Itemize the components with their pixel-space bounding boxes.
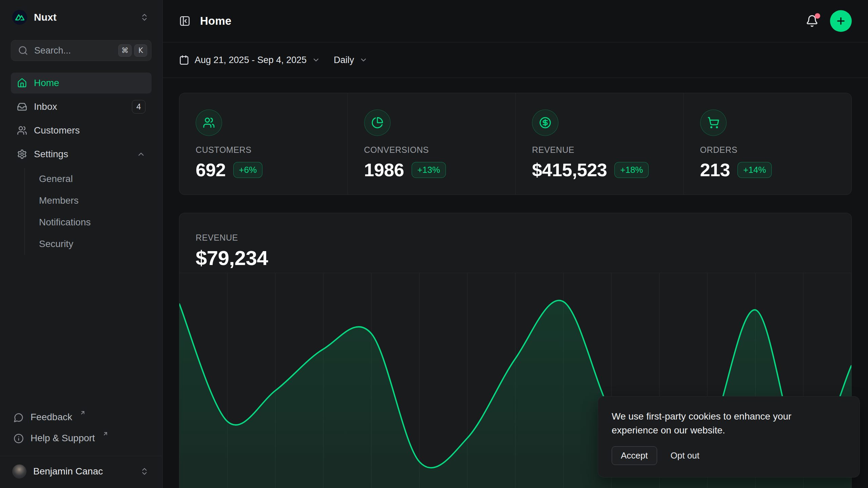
notification-dot [815,13,820,19]
stat-delta-badge: +13% [412,162,446,178]
message-circle-icon [14,412,24,423]
sidebar-item-label: Settings [34,149,130,160]
revenue-chart-label: REVENUE [196,233,835,243]
sidebar-nav: Home Inbox 4 Customers Settings [11,73,152,255]
app-root: Nuxt Search... ⌘ K Home [0,0,868,488]
cookie-banner: We use first-party cookies to enhance yo… [598,396,860,477]
inbox-count-badge: 4 [132,100,145,114]
plus-icon [835,16,846,26]
stat-label: CUSTOMERS [196,145,331,155]
user-name: Benjamin Canac [33,466,133,477]
info-circle-icon [14,433,24,444]
external-link-icon [80,410,86,416]
search-icon [18,45,28,56]
sidebar-spacer [11,255,152,408]
shopping-cart-icon [700,109,727,136]
circle-dollar-icon [532,109,558,136]
users-icon [196,109,222,136]
top-bar: Home [163,0,868,42]
stat-orders: ORDERS 213 +14% [684,93,852,195]
sidebar-item-members[interactable]: Members [36,190,152,211]
stats-card: CUSTOMERS 692 +6% CONVERSIONS 1986 +13% [179,93,852,195]
sidebar-item-inbox[interactable]: Inbox 4 [11,96,152,117]
sidebar-item-customers[interactable]: Customers [11,120,152,141]
external-link-icon [102,431,108,437]
inbox-icon [17,102,27,112]
revenue-chart-header: REVENUE $79,234 [179,213,851,273]
sidebar-collapse-button[interactable] [179,15,191,27]
stat-value: 1986 [364,159,404,180]
date-range-label: Aug 21, 2025 - Sep 4, 2025 [195,55,307,65]
sidebar-item-label: Customers [34,125,145,136]
users-icon [17,125,27,136]
settings-subnav: General Members Notifications Security [24,168,152,255]
opt-out-button[interactable]: Opt out [669,447,701,465]
page-title: Home [200,15,232,27]
stat-delta-badge: +18% [614,162,649,178]
filter-bar: Aug 21, 2025 - Sep 4, 2025 Daily [163,42,868,78]
kbd-k: K [134,44,147,57]
search-shortcut: ⌘ K [118,44,147,57]
date-range-button[interactable]: Aug 21, 2025 - Sep 4, 2025 [179,55,320,65]
revenue-chart-value: $79,234 [196,246,835,270]
add-button[interactable] [830,10,852,32]
feedback-link[interactable]: Feedback [11,408,152,429]
sidebar-item-settings[interactable]: Settings [11,144,152,165]
sidebar-user-area: Benjamin Canac [0,456,162,488]
stat-customers: CUSTOMERS 692 +6% [179,93,348,195]
chevrons-up-down-icon [140,467,149,476]
user-avatar [12,464,26,479]
sidebar-footer-links: Feedback Help & Support [11,408,152,450]
stat-label: REVENUE [532,145,667,155]
chevron-down-icon [359,56,368,64]
stat-conversions: CONVERSIONS 1986 +13% [348,93,516,195]
nuxt-logo-icon [12,10,27,25]
cookie-message: We use first-party cookies to enhance yo… [612,409,832,437]
sidebar-item-home[interactable]: Home [11,73,152,94]
stat-delta-badge: +14% [737,162,772,178]
stat-delta-badge: +6% [233,162,263,178]
top-actions [806,10,852,32]
search-placeholder: Search... [34,45,112,56]
granularity-select[interactable]: Daily [334,55,368,65]
kbd-cmd: ⌘ [118,44,132,57]
sidebar: Nuxt Search... ⌘ K Home [0,0,163,488]
sidebar-item-label: Home [34,78,145,88]
calendar-icon [179,55,189,65]
sidebar-item-security[interactable]: Security [36,233,152,255]
stat-label: ORDERS [700,145,835,155]
home-icon [17,78,27,88]
chevron-down-icon [312,56,320,64]
stat-value: 213 [700,159,730,180]
chevrons-up-down-icon [140,13,149,22]
stat-label: CONVERSIONS [364,145,499,155]
user-menu-button[interactable]: Benjamin Canac [11,462,152,481]
chevron-up-icon [137,150,145,159]
pie-chart-icon [364,109,391,136]
help-support-link[interactable]: Help & Support [11,429,152,450]
accept-button[interactable]: Accept [612,446,657,465]
gear-icon [17,149,27,159]
stat-revenue: REVENUE $415,523 +18% [515,93,684,195]
granularity-label: Daily [334,55,354,65]
feedback-label: Feedback [31,412,72,423]
stat-value: 692 [196,159,226,180]
search-input[interactable]: Search... ⌘ K [11,40,152,61]
sidebar-item-notifications[interactable]: Notifications [36,211,152,233]
stat-value: $415,523 [532,159,607,180]
cookie-actions: Accept Opt out [612,446,846,465]
workspace-switcher[interactable]: Nuxt [11,7,152,27]
sidebar-item-general[interactable]: General [36,168,152,190]
notifications-button[interactable] [806,15,818,27]
help-support-label: Help & Support [31,433,95,444]
main-panel: Home Aug 21, 2025 - Sep 4, 2025 [163,0,868,488]
sidebar-item-label: Inbox [34,101,125,112]
workspace-name: Nuxt [34,12,133,23]
